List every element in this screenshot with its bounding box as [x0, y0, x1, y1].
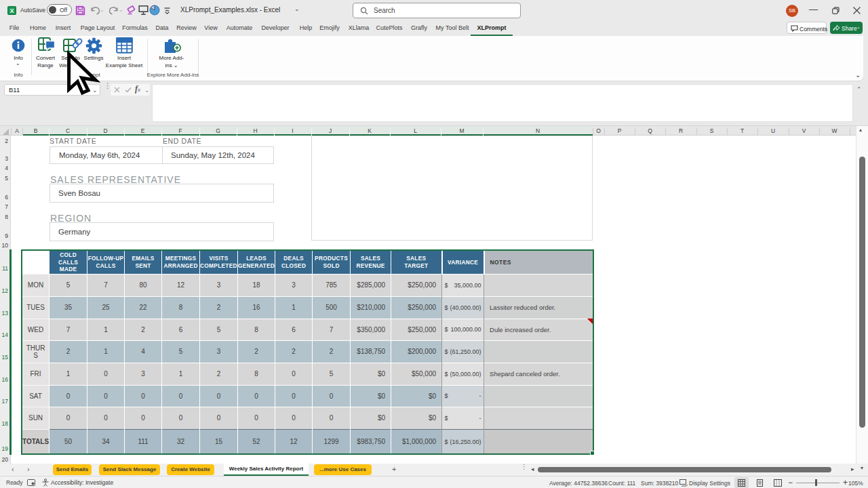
svg-text:X: X	[9, 7, 14, 14]
